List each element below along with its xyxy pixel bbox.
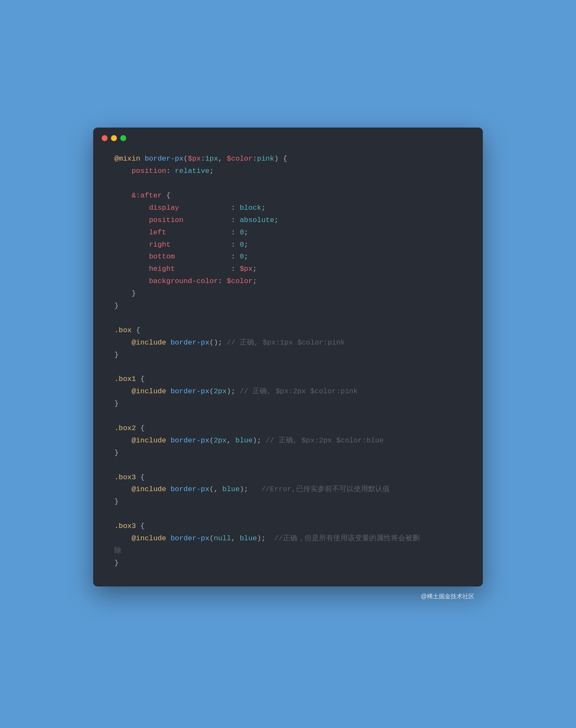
line-height: height : $px;: [114, 263, 462, 275]
maximize-dot[interactable]: [120, 135, 126, 141]
line-box3a-close: }: [114, 496, 462, 508]
line-box3b-close: }: [114, 557, 462, 570]
line-box3a-include: @include border-px(, blue); //Error,已传实参…: [114, 483, 462, 496]
line-position: position: relative;: [114, 165, 462, 178]
line-blank3: [114, 361, 462, 374]
line-bottom: bottom : 0;: [114, 251, 462, 263]
line-left: left : 0;: [114, 227, 462, 239]
line-blank6: [114, 508, 462, 520]
line-box1-close: }: [114, 398, 462, 410]
line-box1-open: .box1 {: [114, 373, 462, 386]
line-box2-close: }: [114, 447, 462, 459]
minimize-dot[interactable]: [111, 135, 117, 141]
line-box3b-include: @include border-px(null, blue); //正确，但是所…: [114, 533, 462, 545]
line-right: right : 0;: [114, 239, 462, 251]
line-after-close: }: [114, 288, 462, 300]
line-box2-include: @include border-px(2px, blue); // 正确, $p…: [114, 435, 462, 447]
line-blank1: [114, 178, 462, 190]
titlebar: [93, 128, 483, 149]
line-blank2: [114, 312, 462, 325]
line-box3b-include-cont: 除: [114, 545, 462, 557]
line-position2: position : absolute;: [114, 214, 462, 227]
line-after-open: &:after {: [114, 190, 462, 202]
watermark: @稀土掘金技术社区: [421, 593, 474, 600]
close-dot[interactable]: [102, 135, 108, 141]
footer: @稀土掘金技术社区: [93, 586, 483, 600]
line-box3b-open: .box3 {: [114, 520, 462, 533]
code-content: @mixin border-px($px:1px, $color:pink) {…: [93, 149, 483, 569]
line-box-close: }: [114, 349, 462, 361]
line-box1-include: @include border-px(2px); // 正确, $px:2px …: [114, 386, 462, 398]
line-mixin-def: @mixin border-px($px:1px, $color:pink) {: [114, 153, 462, 165]
line-bg-color: background-color: $color;: [114, 275, 462, 288]
line-mixin-close: }: [114, 300, 462, 312]
line-box3a-open: .box3 {: [114, 472, 462, 484]
line-blank4: [114, 410, 462, 422]
line-box2-open: .box2 {: [114, 422, 462, 435]
code-window: @mixin border-px($px:1px, $color:pink) {…: [93, 128, 483, 586]
line-display: display : block;: [114, 202, 462, 214]
line-box-open: .box {: [114, 325, 462, 337]
line-box-include: @include border-px(); // 正确, $px:1px $co…: [114, 337, 462, 349]
line-blank5: [114, 459, 462, 472]
